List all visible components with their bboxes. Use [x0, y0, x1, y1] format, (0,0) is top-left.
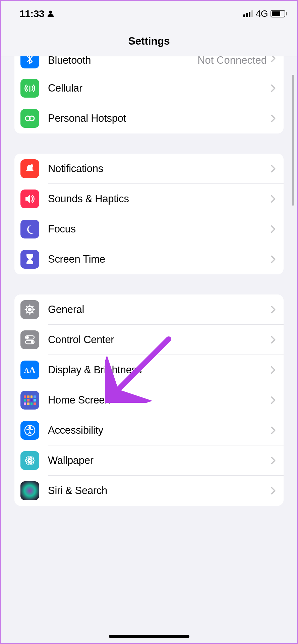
siri-icon: [20, 481, 39, 500]
profile-icon: [47, 10, 54, 17]
row-label: Wallpaper: [48, 454, 271, 467]
row-label: Display & Brightness: [48, 364, 271, 376]
status-time: 11:33: [19, 8, 44, 19]
chevron-right-icon: [271, 366, 276, 374]
svg-point-7: [26, 336, 28, 338]
hotspot-icon: [20, 109, 39, 128]
row-label: Notifications: [48, 163, 271, 175]
chevron-right-icon: [271, 396, 276, 404]
group-notifications: Notifications Sounds & Haptics Focus: [14, 154, 284, 274]
row-label: Cellular: [48, 82, 271, 94]
chevron-right-icon: [271, 114, 276, 122]
row-personal-hotspot[interactable]: Personal Hotspot: [14, 103, 284, 133]
svg-point-22: [30, 461, 34, 464]
svg-point-0: [49, 10, 52, 13]
chevron-right-icon: [271, 487, 276, 495]
row-label: Home Screen: [48, 394, 271, 406]
chevron-right-icon: [271, 306, 276, 314]
general-icon: [20, 300, 39, 319]
row-label: Screen Time: [48, 253, 271, 265]
svg-point-5: [28, 308, 31, 311]
group-connectivity: Bluetooth Not Connected Cellular Persona…: [14, 56, 284, 133]
group-system: General Control Center AA Display & Brig…: [14, 294, 284, 506]
row-wallpaper[interactable]: Wallpaper: [14, 445, 284, 476]
screen-time-icon: [20, 250, 39, 269]
row-value: Not Connected: [197, 56, 267, 66]
row-control-center[interactable]: Control Center: [14, 325, 284, 355]
chevron-right-icon: [271, 195, 276, 203]
wallpaper-icon: [20, 451, 39, 470]
row-cellular[interactable]: Cellular: [14, 73, 284, 103]
network-type: 4G: [256, 8, 268, 19]
svg-point-13: [29, 427, 31, 429]
notifications-icon: [20, 159, 39, 178]
status-right: 4G: [243, 8, 287, 19]
row-label: Focus: [48, 223, 271, 235]
row-focus[interactable]: Focus: [14, 214, 284, 244]
bluetooth-icon: [20, 56, 39, 68]
row-home-screen[interactable]: Home Screen: [14, 385, 284, 415]
chevron-right-icon: [271, 225, 276, 233]
row-display-brightness[interactable]: AA Display & Brightness: [14, 355, 284, 385]
svg-point-20: [30, 457, 34, 460]
row-siri-search[interactable]: Siri & Search: [14, 476, 284, 506]
scroll-indicator[interactable]: [292, 75, 294, 206]
svg-point-21: [26, 461, 29, 464]
settings-list: Bluetooth Not Connected Cellular Persona…: [1, 56, 297, 506]
status-time-region: 11:33: [19, 8, 54, 19]
sounds-icon: [20, 190, 39, 208]
accessibility-icon: [20, 421, 39, 440]
row-general[interactable]: General: [14, 294, 284, 325]
svg-text:A: A: [24, 367, 29, 374]
chevron-right-icon: [271, 426, 276, 434]
row-label: Bluetooth: [48, 56, 197, 66]
chevron-right-icon: [271, 84, 276, 92]
signal-icon: [243, 10, 253, 17]
focus-icon: [20, 220, 39, 238]
row-label: General: [48, 304, 271, 316]
chevron-right-icon: [271, 336, 276, 344]
battery-icon: [271, 10, 287, 17]
row-label: Siri & Search: [48, 485, 271, 497]
svg-point-3: [31, 164, 33, 167]
status-bar: 11:33 4G: [1, 1, 297, 26]
row-label: Sounds & Haptics: [48, 193, 271, 205]
row-accessibility[interactable]: Accessibility: [14, 415, 284, 445]
chevron-right-icon: [271, 165, 276, 173]
chevron-right-icon: [271, 457, 276, 465]
svg-point-19: [26, 457, 29, 460]
row-screen-time[interactable]: Screen Time: [14, 244, 284, 274]
chevron-right-icon: [271, 255, 276, 263]
cellular-icon: [20, 79, 39, 98]
home-screen-icon: [20, 391, 39, 410]
display-icon: AA: [20, 361, 39, 379]
home-indicator[interactable]: [109, 635, 189, 638]
row-sounds-haptics[interactable]: Sounds & Haptics: [14, 184, 284, 214]
row-bluetooth[interactable]: Bluetooth Not Connected: [14, 56, 284, 73]
row-label: Accessibility: [48, 424, 271, 436]
header: Settings: [1, 26, 297, 56]
page-title: Settings: [128, 35, 170, 47]
chevron-right-icon: [271, 56, 276, 62]
control-center-icon: [20, 330, 39, 349]
row-label: Control Center: [48, 334, 271, 346]
row-notifications[interactable]: Notifications: [14, 154, 284, 184]
svg-point-9: [31, 341, 33, 343]
svg-text:A: A: [29, 365, 36, 375]
row-label: Personal Hotspot: [48, 112, 271, 124]
